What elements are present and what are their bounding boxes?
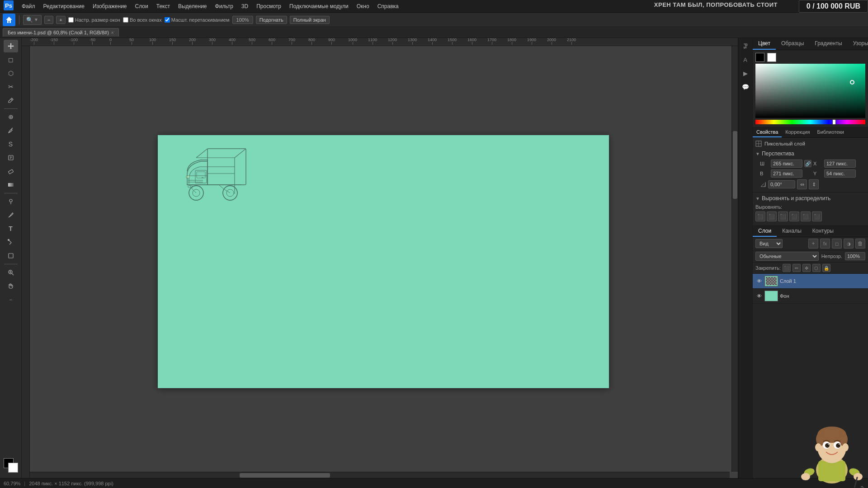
- menu-edit[interactable]: Редактирование: [40, 2, 88, 11]
- flip-v-btn[interactable]: ⇕: [809, 179, 819, 189]
- lock-paint-btn[interactable]: ✏: [793, 264, 801, 272]
- height-input[interactable]: [771, 169, 802, 178]
- layers-filter-dropdown[interactable]: Вид: [755, 239, 783, 248]
- tab-gradients[interactable]: Градиенты: [809, 38, 847, 50]
- custom-size-check[interactable]: Настр. размер окон: [68, 17, 120, 23]
- dodge-tool[interactable]: [4, 195, 18, 208]
- lasso-tool[interactable]: ⬡: [4, 67, 18, 80]
- lock-all-btn[interactable]: 🔒: [822, 264, 830, 272]
- lock-artboard-btn[interactable]: ⬡: [812, 264, 821, 272]
- h-scrollbar[interactable]: [30, 472, 730, 478]
- menu-text[interactable]: Текст: [153, 2, 174, 11]
- menu-select[interactable]: Выделение: [175, 2, 211, 11]
- menu-help[interactable]: Справка: [374, 2, 402, 11]
- stamp-tool[interactable]: S: [4, 138, 18, 150]
- right-icon-msg[interactable]: 💬: [740, 81, 751, 92]
- close-tab-btn[interactable]: ×: [111, 30, 114, 35]
- select-tool[interactable]: ◻: [4, 53, 18, 66]
- menu-view[interactable]: Просмотр: [253, 2, 285, 11]
- menu-image[interactable]: Изображение: [89, 2, 131, 11]
- tab-layers[interactable]: Слои: [753, 226, 777, 237]
- h-scrollbar-thumb[interactable]: [240, 473, 330, 478]
- extra-tools[interactable]: ···: [4, 293, 18, 306]
- right-icon-text[interactable]: Ps: [740, 41, 751, 52]
- width-input[interactable]: [771, 160, 802, 168]
- tab-color[interactable]: Цвет: [753, 38, 776, 50]
- layer-row-bg[interactable]: 👁 Фон: [753, 289, 868, 304]
- menu-3d[interactable]: 3D: [238, 2, 252, 11]
- crop-tool[interactable]: ✂: [4, 80, 18, 93]
- tab-libraries[interactable]: Библиотеки: [813, 127, 848, 137]
- eyedropper-tool[interactable]: [4, 94, 18, 107]
- new-layer-btn[interactable]: +: [808, 239, 818, 249]
- heal-tool[interactable]: [4, 111, 18, 123]
- zoom-out-btn[interactable]: −: [44, 16, 53, 24]
- menu-file[interactable]: Файл: [18, 2, 39, 11]
- layer-row-1[interactable]: 👁 Слой 1: [753, 274, 868, 289]
- history-brush[interactable]: [4, 151, 18, 164]
- fg-color-swatch[interactable]: [755, 53, 764, 62]
- hand-tool[interactable]: [4, 280, 18, 292]
- flip-h-btn[interactable]: ⇔: [797, 179, 807, 189]
- layer-1-visibility[interactable]: 👁: [755, 277, 763, 285]
- search-tool-btn[interactable]: 🔍 ▼: [23, 15, 42, 25]
- v-scrollbar-thumb[interactable]: [733, 131, 737, 199]
- align-arrow[interactable]: ▼: [755, 196, 760, 201]
- tab-properties[interactable]: Свойства: [753, 127, 782, 137]
- all-windows-check[interactable]: Во всех окнах: [123, 17, 162, 23]
- zoom-tool[interactable]: [4, 266, 18, 279]
- tab-patterns[interactable]: Узоры: [848, 38, 868, 50]
- menu-plugins[interactable]: Подключаемые модули: [286, 2, 352, 11]
- tab-swatches[interactable]: Образцы: [776, 38, 809, 50]
- shape-tool[interactable]: [4, 249, 18, 262]
- canvas-area[interactable]: (function(){ var ticks = ['-200','-150',…: [22, 38, 738, 478]
- menu-window[interactable]: Окно: [353, 2, 373, 11]
- blend-mode-select[interactable]: Обычные: [755, 252, 819, 261]
- lock-btn[interactable]: 🔗: [804, 160, 811, 167]
- right-icon-play[interactable]: ▶: [740, 68, 751, 79]
- align-left-btn[interactable]: ⬛: [755, 211, 765, 221]
- fullscreen-btn[interactable]: Полный экран: [290, 16, 330, 24]
- tab-correction[interactable]: Коррекция: [782, 127, 813, 137]
- pen-tool[interactable]: [4, 209, 18, 221]
- move-tool[interactable]: [4, 40, 18, 52]
- align-center-v-btn[interactable]: ⬛: [801, 211, 811, 221]
- fit-btn[interactable]: Подогнать: [256, 16, 287, 24]
- gradient-dot[interactable]: [850, 80, 854, 84]
- canvas-background[interactable]: [158, 135, 609, 388]
- right-icon-a[interactable]: A: [740, 54, 751, 65]
- lock-transparent-btn[interactable]: ⬛: [783, 264, 791, 272]
- align-center-h-btn[interactable]: ⬛: [767, 211, 777, 221]
- path-select[interactable]: [4, 236, 18, 249]
- lock-position-btn[interactable]: ✥: [802, 264, 811, 272]
- eraser-tool[interactable]: [4, 165, 18, 178]
- perspective-arrow[interactable]: ▼: [755, 151, 760, 156]
- angle-input[interactable]: [768, 180, 795, 188]
- brush-tool[interactable]: [4, 124, 18, 137]
- opacity-input[interactable]: [845, 252, 865, 260]
- align-bottom-btn[interactable]: ⬛: [812, 211, 822, 221]
- y-input[interactable]: [824, 169, 856, 178]
- menu-layers[interactable]: Слои: [132, 2, 152, 11]
- layer-fx-btn[interactable]: fx: [820, 239, 830, 249]
- x-input[interactable]: [824, 160, 856, 168]
- menu-filter[interactable]: Фильтр: [212, 2, 237, 11]
- background-color[interactable]: [8, 463, 18, 473]
- document-tab[interactable]: Без имени-1.psd @ 60,8% (Слой 1, RGB/8#)…: [3, 28, 119, 37]
- layer-mask-btn[interactable]: ◻: [832, 239, 842, 249]
- layer-bg-visibility[interactable]: 👁: [755, 292, 763, 300]
- color-gradient-picker[interactable]: [755, 64, 865, 118]
- hue-bar[interactable]: [755, 120, 865, 124]
- scale-check[interactable]: Масшт. перетаскиванием: [165, 17, 230, 23]
- zoom-in-btn[interactable]: +: [56, 16, 65, 24]
- gradient-tool[interactable]: [4, 178, 18, 191]
- tab-paths[interactable]: Контуры: [807, 226, 839, 237]
- delete-layer-btn[interactable]: 🗑: [855, 239, 865, 249]
- home-btn[interactable]: [3, 14, 15, 26]
- adjustment-btn[interactable]: ◑: [844, 239, 854, 249]
- align-top-btn[interactable]: ⬛: [789, 211, 799, 221]
- align-right-btn[interactable]: ⬛: [778, 211, 788, 221]
- bg-color-swatch-picker[interactable]: [767, 53, 776, 62]
- type-tool[interactable]: T: [4, 222, 18, 235]
- tab-channels[interactable]: Каналы: [777, 226, 807, 237]
